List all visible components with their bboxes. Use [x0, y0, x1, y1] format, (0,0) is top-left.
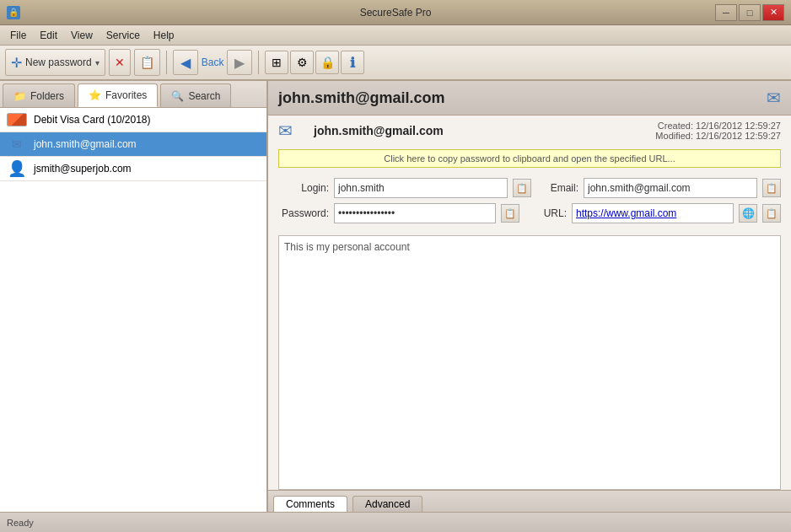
restore-button[interactable]: □	[739, 4, 761, 21]
tab-bar: 📁 Folders ⭐ Favorites 🔍 Search	[0, 81, 266, 108]
menu-file[interactable]: File	[3, 28, 33, 43]
info-icon: ℹ	[350, 55, 355, 71]
clipboard-bar[interactable]: Click here to copy password to clipboard…	[278, 149, 781, 168]
new-password-label: New password	[25, 56, 92, 68]
email-icon: ✉	[7, 137, 27, 152]
copy-url-icon: 📋	[766, 208, 778, 219]
comments-tab-label: Comments	[286, 498, 335, 510]
forward-button[interactable]: ▶	[227, 50, 252, 75]
status-bar: Ready	[0, 512, 791, 532]
creditcard-icon	[7, 112, 27, 127]
dropdown-arrow-icon: ▾	[95, 58, 100, 67]
title-bar: 🔒 SecureSafe Pro ─ □ ✕	[0, 0, 791, 25]
copy-entry-button[interactable]: 📋	[134, 49, 160, 76]
status-text: Ready	[7, 518, 34, 528]
toolbar: ✛ New password ▾ ✕ 📋 ◀ Back ▶ ⊞ ⚙ 🔒 ℹ	[0, 46, 791, 81]
created-value: 12/16/2012 12:59:27	[696, 121, 781, 131]
bottom-tabs: Comments Advanced	[268, 490, 791, 512]
back-button[interactable]: ◀	[173, 50, 198, 75]
copy-entry-icon: 📋	[140, 56, 154, 69]
tab-advanced[interactable]: Advanced	[352, 496, 422, 512]
tab-comments[interactable]: Comments	[273, 496, 347, 512]
login-copy-button[interactable]: 📋	[513, 179, 531, 197]
advanced-tab-label: Advanced	[365, 498, 410, 510]
info-row: ✉ john.smith@gmail.com Created: 12/16/20…	[268, 116, 791, 146]
favorites-tab-icon: ⭐	[89, 89, 101, 101]
modified-label: Modified:	[655, 131, 693, 141]
menu-view[interactable]: View	[64, 28, 100, 43]
list-item-superjob[interactable]: 👤 jsmith@superjob.com	[0, 157, 266, 181]
detail-header: john.smith@gmail.com ✉	[268, 81, 791, 116]
password-label: Password:	[278, 207, 329, 219]
toolbar-settings-group: ⊞ ⚙ 🔒 ℹ	[265, 51, 364, 74]
tab-folders[interactable]: 📁 Folders	[3, 83, 75, 107]
minimize-button[interactable]: ─	[715, 4, 737, 21]
list-item-label: Debit Visa Card (10/2018)	[34, 114, 151, 126]
info-button[interactable]: ℹ	[341, 51, 364, 74]
search-tab-icon: 🔍	[171, 90, 184, 102]
copy-password-icon: 📋	[504, 208, 516, 219]
open-url-button[interactable]: 🌐	[739, 204, 757, 223]
close-button[interactable]: ✕	[762, 4, 784, 21]
right-panel: john.smith@gmail.com ✉ ✉ john.smith@gmai…	[268, 81, 791, 512]
main-area: 📁 Folders ⭐ Favorites 🔍 Search Debit Vis…	[0, 81, 791, 512]
menu-service[interactable]: Service	[100, 28, 147, 43]
email-label: Email:	[536, 182, 578, 194]
email-copy-button[interactable]: 📋	[762, 179, 781, 197]
back-label: Back	[202, 56, 224, 68]
lock-icon: 🔒	[320, 56, 335, 69]
grid-view-button[interactable]: ⊞	[265, 51, 288, 74]
tab-favorites[interactable]: ⭐ Favorites	[78, 83, 158, 107]
forward-arrow-icon: ▶	[234, 55, 245, 71]
url-copy-button[interactable]: 📋	[762, 204, 781, 223]
delete-button[interactable]: ✕	[109, 49, 131, 76]
person-icon: 👤	[7, 161, 27, 176]
password-copy-button[interactable]: 📋	[501, 204, 519, 223]
list-area: Debit Visa Card (10/2018) ✉ john.smith@g…	[0, 108, 266, 512]
modified-value: 12/16/2012 12:59:27	[696, 131, 781, 141]
notes-text: This is my personal account	[284, 241, 410, 253]
form-area: Login: 📋 Email: 📋 Password: 📋	[268, 171, 791, 235]
search-tab-label: Search	[188, 90, 220, 102]
globe-icon: 🌐	[742, 207, 755, 219]
new-password-button[interactable]: ✛ New password ▾	[5, 49, 105, 76]
lock-button[interactable]: 🔒	[315, 51, 339, 74]
tab-search[interactable]: 🔍 Search	[160, 83, 231, 107]
password-input[interactable]	[334, 203, 496, 223]
url-label: URL:	[525, 207, 567, 219]
created-row: Created: 12/16/2012 12:59:27	[655, 121, 781, 131]
toolbar-separator-2	[258, 51, 259, 74]
login-input[interactable]	[334, 178, 508, 198]
menu-help[interactable]: Help	[147, 28, 181, 43]
copy-email-icon: 📋	[766, 183, 778, 194]
url-input[interactable]	[572, 203, 734, 223]
copy-icon: 📋	[516, 183, 528, 194]
window-title: SecureSafe Pro	[0, 7, 791, 19]
title-bar-left: 🔒	[7, 6, 20, 19]
created-label: Created:	[658, 121, 693, 131]
list-item-label: jsmith@superjob.com	[34, 163, 132, 175]
info-dates: Created: 12/16/2012 12:59:27 Modified: 1…	[655, 121, 781, 141]
detail-content: ✉ john.smith@gmail.com Created: 12/16/20…	[268, 116, 791, 512]
settings-button[interactable]: ⚙	[290, 51, 314, 74]
menu-bar: File Edit View Service Help	[0, 25, 791, 46]
folders-tab-label: Folders	[30, 90, 64, 102]
modified-row: Modified: 12/16/2012 12:59:27	[655, 131, 781, 141]
list-item-debit-visa[interactable]: Debit Visa Card (10/2018)	[0, 108, 266, 132]
form-row-password: Password: 📋 URL: 🌐 📋	[278, 203, 781, 223]
list-item-label: john.smith@gmail.com	[34, 138, 137, 150]
delete-icon: ✕	[115, 56, 125, 69]
detail-header-email-icon: ✉	[767, 88, 781, 108]
menu-edit[interactable]: Edit	[33, 28, 64, 43]
notes-area[interactable]: This is my personal account	[278, 235, 781, 490]
window-controls: ─ □ ✕	[715, 4, 784, 21]
detail-title: john.smith@gmail.com	[278, 89, 445, 107]
email-input[interactable]	[584, 178, 757, 198]
app-icon: 🔒	[7, 6, 20, 19]
folders-tab-icon: 📁	[13, 90, 26, 102]
login-label: Login:	[278, 182, 329, 194]
form-row-login: Login: 📋 Email: 📋	[278, 178, 781, 198]
list-item-gmail[interactable]: ✉ john.smith@gmail.com	[0, 132, 266, 157]
gear-icon: ⚙	[297, 56, 308, 69]
left-panel: 📁 Folders ⭐ Favorites 🔍 Search Debit Vis…	[0, 81, 268, 512]
